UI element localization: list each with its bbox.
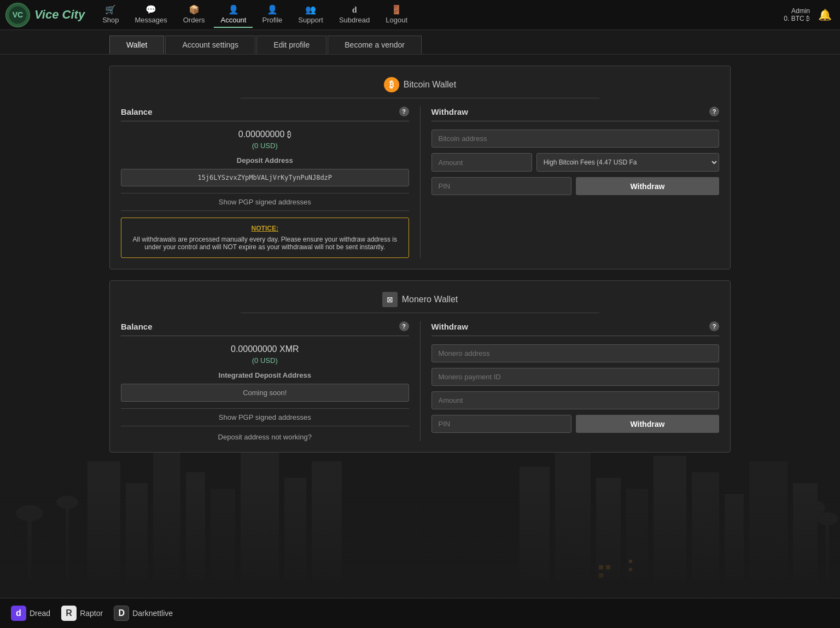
nav-subdread-label: Subdread: [339, 16, 370, 24]
nav-orders[interactable]: 📦 Orders: [177, 2, 212, 28]
logout-icon: 🚪: [391, 4, 402, 15]
bitcoin-fee-select[interactable]: High Bitcoin Fees (4.47 USD Fa: [536, 153, 719, 172]
raptor-badge: R: [61, 606, 77, 621]
monero-wallet-body: Balance ? 0.00000000 XMR (0 USD) Integra…: [121, 321, 719, 441]
brand-name: Vice City: [34, 8, 85, 22]
nav-messages[interactable]: 💬 Messages: [129, 2, 174, 28]
svg-rect-17: [596, 478, 621, 582]
monero-balance-title: Balance ?: [121, 321, 409, 336]
svg-point-25: [798, 500, 825, 516]
svg-rect-21: [725, 494, 744, 582]
bitcoin-pin-input[interactable]: [431, 177, 571, 195]
nav-profile-label: Profile: [262, 16, 282, 24]
nav-subdread[interactable]: 𝐝 Subdread: [332, 2, 376, 28]
svg-point-4: [16, 505, 43, 521]
svg-text:VC: VC: [13, 10, 23, 19]
svg-rect-20: [692, 472, 719, 582]
monero-withdraw-button[interactable]: Withdraw: [576, 415, 719, 433]
profile-icon: 👤: [267, 4, 278, 15]
monero-balance-amount: 0.00000000 XMR: [121, 344, 409, 354]
bitcoin-withdraw-help-icon[interactable]: ?: [709, 107, 719, 116]
monero-wallet-card: ⊠ Monero Wallet Balance ? 0.00000000 XMR…: [109, 280, 731, 453]
monero-balance-label: Balance: [121, 322, 153, 331]
bitcoin-balance-section: Balance ? 0.00000000 ₿ (0 USD) Deposit A…: [121, 107, 421, 258]
svg-rect-22: [749, 461, 788, 582]
nav-logout[interactable]: 🚪 Logout: [379, 2, 414, 28]
bitcoin-icon: ₿: [384, 77, 399, 92]
bitcoin-deposit-label: Deposit Address: [121, 156, 409, 165]
bitcoin-balance-usd: (0 USD): [121, 142, 409, 150]
bell-icon[interactable]: 🔔: [815, 5, 835, 24]
nav-support[interactable]: 👥 Support: [291, 2, 330, 28]
darknet-badge-icon: D: [118, 608, 125, 618]
monero-payment-id-input[interactable]: [431, 368, 720, 386]
shop-icon: 🛒: [105, 4, 116, 15]
monero-withdraw-row: Withdraw: [431, 415, 720, 433]
bitcoin-wallet-title: Bitcoin Wallet: [404, 80, 456, 90]
nav-shop[interactable]: 🛒 Shop: [96, 2, 125, 28]
svg-rect-19: [654, 456, 686, 582]
monero-deposit-not-working[interactable]: Deposit address not working?: [121, 433, 409, 441]
dread-badge-icon: d: [16, 608, 21, 618]
navbar-right: Admin 0. BTC ₿ 🔔: [784, 5, 835, 24]
footer-dread[interactable]: d Dread: [11, 606, 50, 621]
bitcoin-wallet-title-line: ₿ Bitcoin Wallet: [241, 77, 599, 98]
bitcoin-notice-text: All withdrawals are processed manually e…: [128, 236, 402, 251]
monero-balance-section: Balance ? 0.00000000 XMR (0 USD) Integra…: [121, 321, 421, 441]
balance-label: 0. BTC ₿: [784, 15, 810, 22]
monero-wallet-title: Monero Wallet: [402, 295, 458, 304]
svg-rect-32: [629, 568, 632, 571]
bitcoin-withdraw-row: Withdraw: [431, 177, 720, 195]
admin-info: Admin 0. BTC ₿: [784, 7, 810, 22]
monero-amount-input[interactable]: [431, 391, 720, 409]
bitcoin-show-pgp[interactable]: Show PGP signed addresses: [121, 193, 409, 211]
svg-point-6: [56, 496, 78, 509]
bitcoin-withdraw-button[interactable]: Withdraw: [576, 177, 719, 195]
orders-icon: 📦: [189, 4, 200, 15]
monero-withdraw-title: Withdraw ?: [431, 321, 720, 336]
svg-rect-13: [284, 478, 306, 582]
svg-point-27: [816, 512, 838, 525]
monero-balance-usd: (0 USD): [121, 356, 409, 365]
footer-darknetlive[interactable]: D Darknettlive: [114, 606, 173, 621]
navbar: VC Vice City 🛒 Shop 💬 Messages 📦 Orders …: [0, 0, 840, 30]
bitcoin-balance-help-icon[interactable]: ?: [399, 107, 409, 116]
monero-show-pgp[interactable]: Show PGP signed addresses: [121, 408, 409, 426]
main-content: ₿ Bitcoin Wallet Balance ? 0.00000000 ₿ …: [0, 55, 840, 474]
svg-rect-3: [27, 516, 32, 582]
bitcoin-amount-input[interactable]: [431, 153, 532, 172]
bitcoin-wallet-card: ₿ Bitcoin Wallet Balance ? 0.00000000 ₿ …: [109, 66, 731, 269]
darknet-badge: D: [114, 606, 129, 621]
nav-logout-label: Logout: [386, 16, 407, 24]
tab-edit-profile-label: Edit profile: [273, 40, 310, 49]
tab-wallet[interactable]: Wallet: [109, 36, 164, 54]
monero-wallet-title-line: ⊠ Monero Wallet: [241, 292, 599, 313]
bitcoin-notice-box: NOTICE: All withdrawals are processed ma…: [121, 218, 409, 258]
monero-pin-input[interactable]: [431, 415, 571, 433]
monero-address-input[interactable]: [431, 344, 720, 362]
svg-rect-10: [186, 472, 205, 582]
brand[interactable]: VC Vice City: [5, 3, 85, 27]
svg-rect-7: [88, 461, 120, 582]
tab-edit-profile[interactable]: Edit profile: [256, 36, 326, 54]
svg-rect-15: [520, 467, 550, 582]
tab-wallet-label: Wallet: [126, 40, 147, 49]
nav-account[interactable]: 👤 Account: [214, 2, 253, 28]
footer-raptor[interactable]: R Raptor: [61, 606, 103, 621]
monero-icon: ⊠: [382, 292, 398, 307]
svg-rect-30: [599, 573, 603, 578]
monero-withdraw-help-icon[interactable]: ?: [709, 321, 719, 331]
tab-account-settings[interactable]: Account settings: [165, 36, 255, 54]
bitcoin-balance-label: Balance: [121, 107, 153, 116]
tab-become-vendor[interactable]: Become a vendor: [328, 36, 422, 54]
raptor-label: Raptor: [80, 609, 103, 618]
bitcoin-notice-title: NOTICE:: [128, 225, 402, 232]
dread-label: Dread: [30, 609, 50, 618]
monero-withdraw-label: Withdraw: [431, 322, 468, 331]
bitcoin-address-input[interactable]: [431, 130, 720, 148]
monero-balance-help-icon[interactable]: ?: [399, 321, 409, 331]
svg-rect-8: [126, 483, 148, 582]
svg-rect-23: [793, 483, 818, 582]
messages-icon: 💬: [145, 4, 156, 15]
nav-profile[interactable]: 👤 Profile: [255, 2, 289, 28]
